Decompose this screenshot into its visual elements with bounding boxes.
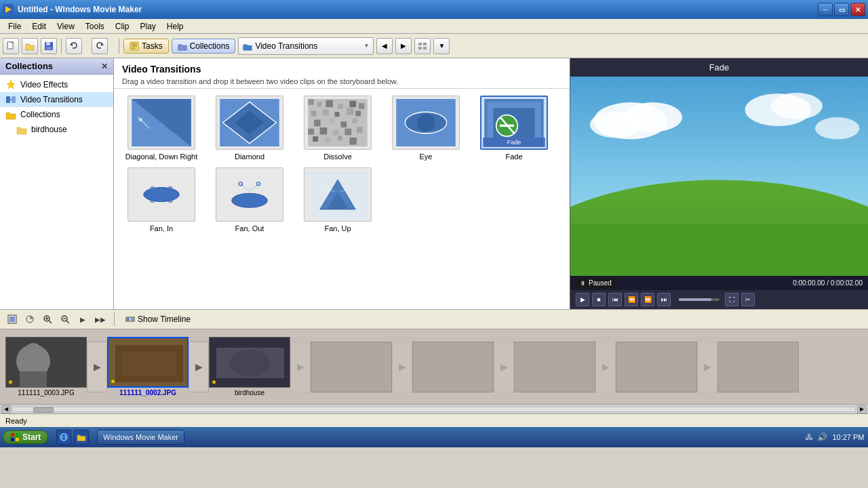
story-thumb-2[interactable]: ★ <box>107 337 189 388</box>
story-thumb-3[interactable]: ★ <box>209 337 290 388</box>
menu-view[interactable]: View <box>52 20 80 33</box>
transition-fan-up[interactable]: Fan, Up <box>297 167 378 232</box>
transition-eye[interactable]: Eye <box>385 96 467 161</box>
sidebar-close-button[interactable]: ✕ <box>101 62 108 71</box>
storyboard-zoom-out[interactable] <box>58 312 72 326</box>
next-item-button[interactable]: ▶ <box>395 38 412 54</box>
new-button[interactable] <box>3 38 19 54</box>
scroll-left-button[interactable]: ◀ <box>1 405 11 413</box>
close-button[interactable]: ✕ <box>850 3 865 16</box>
transition-fan-in[interactable]: Fan, In <box>121 167 202 232</box>
fast-forward-button[interactable]: ⏩ <box>641 293 654 306</box>
svg-point-98 <box>26 316 33 323</box>
transition-fan-out[interactable]: Fan, Out <box>209 167 290 232</box>
titlebar-left: Untitled - Windows Movie Maker <box>3 4 142 15</box>
maximize-button[interactable]: ▭ <box>834 3 849 16</box>
volume-bar[interactable] <box>679 298 719 301</box>
minimize-button[interactable]: ─ <box>818 3 833 16</box>
show-timeline-button[interactable]: Show Timeline <box>121 313 195 325</box>
svg-rect-29 <box>308 99 314 105</box>
open-button[interactable] <box>22 38 38 54</box>
transition-label-fade: Fade <box>505 152 522 161</box>
network-icon[interactable]: 🖧 <box>805 432 813 442</box>
svg-rect-95 <box>570 224 868 276</box>
sidebar-item-video-effects[interactable]: Video Effects <box>0 77 113 92</box>
titlebar-controls[interactable]: ─ ▭ ✕ <box>818 3 865 16</box>
fullscreen-button[interactable]: ⛶ <box>725 293 738 306</box>
next-frame-button[interactable]: ⏭ <box>657 293 671 306</box>
transition-icon <box>5 94 16 105</box>
transitions-grid: Diagonal, Down Right Diamond <box>114 89 570 309</box>
folder-logo <box>77 432 86 442</box>
undo-button[interactable] <box>66 38 82 54</box>
storyboard-zoom-fit[interactable] <box>5 312 19 326</box>
svg-point-55 <box>417 114 435 131</box>
stop-button[interactable]: ■ <box>592 293 606 306</box>
play-button[interactable]: ▶ <box>576 293 589 306</box>
redo-button[interactable] <box>92 38 108 54</box>
svg-rect-38 <box>347 108 354 115</box>
svg-rect-35 <box>311 111 317 117</box>
save-button[interactable] <box>41 38 57 54</box>
split-button[interactable]: ✂ <box>741 293 755 306</box>
menu-tools[interactable]: Tools <box>80 20 110 33</box>
svg-rect-5 <box>46 42 50 45</box>
menu-clip[interactable]: Clip <box>110 20 135 33</box>
category-dropdown[interactable]: Video Transitions ▼ <box>238 37 374 55</box>
prev-item-button[interactable]: ◀ <box>376 38 393 54</box>
transition-arrow-2[interactable]: ▶ <box>189 342 209 392</box>
rewind-button[interactable]: ⏪ <box>625 293 638 306</box>
story-thumb-1[interactable]: ★ <box>5 337 87 388</box>
transition-thumb-fade: Fade <box>480 96 548 150</box>
volume-icon[interactable]: 🔊 <box>817 432 827 442</box>
story-clip-1[interactable]: ★ 111111_0003.JPG <box>5 337 87 396</box>
scroll-right-button[interactable]: ▶ <box>857 405 867 413</box>
menu-file[interactable]: File <box>3 20 26 33</box>
menu-edit[interactable]: Edit <box>26 20 52 33</box>
content-header: Video Transitions Drag a video transitio… <box>114 58 570 89</box>
transition-diamond[interactable]: Diamond <box>209 96 290 161</box>
svg-rect-16 <box>423 47 427 49</box>
svg-rect-33 <box>350 101 357 108</box>
scroll-track[interactable] <box>12 407 856 412</box>
start-button[interactable]: Start <box>3 430 48 444</box>
sidebar-item-birdhouse[interactable]: birdhouse <box>0 122 113 137</box>
storyboard-tool-1[interactable] <box>23 312 37 326</box>
transition-diagonal-down-right[interactable]: Diagonal, Down Right <box>121 96 202 161</box>
transition-dissolve[interactable]: Dissolve <box>297 96 378 161</box>
prev-frame-button[interactable]: ⏮ <box>608 293 622 306</box>
view-dropdown-button[interactable]: ▼ <box>433 38 450 54</box>
collections-button[interactable]: Collections <box>172 39 236 54</box>
timeline-icon <box>125 314 135 324</box>
storyboard-bar: ▶ ▶▶ Show Timeline <box>0 309 868 329</box>
ie-logo <box>59 432 68 442</box>
svg-rect-18 <box>6 96 10 103</box>
view-options-button[interactable] <box>414 38 431 54</box>
menu-help[interactable]: Help <box>161 20 189 33</box>
taskbar-app-moviemaker[interactable]: Windows Movie Maker <box>97 430 184 445</box>
transition-fade[interactable]: Fade Fade <box>473 96 555 161</box>
sidebar-item-collections[interactable]: Collections <box>0 107 113 122</box>
app-icon <box>3 4 14 15</box>
storyboard-play[interactable]: ▶ <box>76 312 90 326</box>
horizontal-scrollbar[interactable]: ◀ ▶ <box>0 404 868 413</box>
svg-line-101 <box>49 321 52 323</box>
transition-thumb-fan-in <box>127 167 195 222</box>
transition-arrow-1[interactable]: ▶ <box>87 342 107 392</box>
story-clip-2[interactable]: ★ 111111_0002.JPG <box>107 337 189 396</box>
explorer-icon[interactable] <box>74 430 89 445</box>
story-clip-3[interactable]: ★ birdhouse <box>209 337 290 396</box>
tasks-button[interactable]: Tasks <box>123 39 169 54</box>
content-title: Video Transitions <box>122 64 561 75</box>
ie-icon[interactable] <box>56 430 71 445</box>
taskbar: Start Windows Movie Maker 🖧 🔊 10:27 PM <box>0 427 868 447</box>
sidebar-item-video-transitions[interactable]: Video Transitions <box>0 92 113 107</box>
storyboard-zoom-in[interactable] <box>41 312 54 326</box>
storyboard-play-full[interactable]: ▶▶ <box>94 312 107 326</box>
sidebar-title: Collections <box>5 61 53 71</box>
svg-point-92 <box>771 93 823 119</box>
svg-rect-43 <box>353 119 357 123</box>
menu-play[interactable]: Play <box>135 20 161 33</box>
system-tray: 🖧 🔊 10:27 PM <box>805 432 865 442</box>
scroll-thumb[interactable] <box>33 407 54 413</box>
